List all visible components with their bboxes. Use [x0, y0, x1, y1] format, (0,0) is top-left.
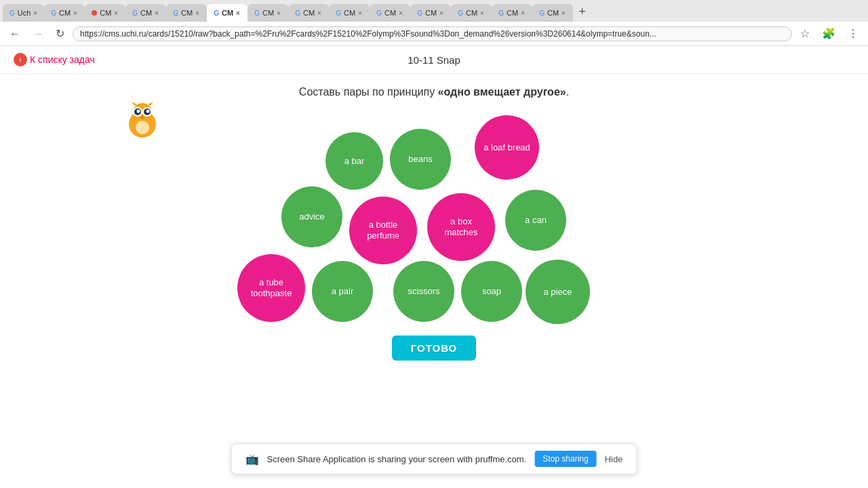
screen-share-icon: 📺 — [245, 453, 259, 466]
refresh-button[interactable]: ↻ — [52, 26, 68, 41]
circle-soap[interactable]: soap — [461, 261, 522, 322]
instruction-bold: «одно вмещает другое» — [438, 86, 566, 98]
instruction-end: . — [566, 86, 569, 98]
circle-a-loaf-bread[interactable]: a loaf bread — [475, 115, 539, 180]
stop-sharing-button[interactable]: Stop sharing — [534, 451, 596, 467]
back-label: К списку задач — [30, 54, 95, 65]
instruction-text: Составь пары по принципу «одно вмещает д… — [0, 86, 868, 98]
bookmark-button[interactable]: ☆ — [796, 26, 814, 41]
hide-banner-button[interactable]: Hide — [605, 454, 623, 464]
screen-share-message: Screen Share Application is sharing your… — [267, 454, 527, 464]
tab-cm10[interactable]: G CM × — [451, 4, 492, 22]
circle-a-box-matches[interactable]: a box matches — [427, 193, 495, 261]
app-content: ‹ К списку задач 10-11 Snap — [0, 46, 868, 488]
app-header: ‹ К списку задач 10-11 Snap — [0, 46, 868, 74]
tab-uch[interactable]: G Uch × — [3, 4, 44, 22]
circle-a-piece[interactable]: a piece — [526, 260, 590, 324]
circle-a-pair[interactable]: a pair — [312, 261, 373, 322]
url-bar[interactable] — [73, 26, 792, 41]
tab-cm2[interactable]: CM × — [85, 4, 125, 22]
nav-bar: ← → ↻ ☆ 🧩 ⋮ — [0, 22, 868, 46]
forward-nav-button[interactable]: → — [28, 26, 47, 41]
back-nav-button[interactable]: ← — [5, 26, 24, 41]
menu-button[interactable]: ⋮ — [844, 26, 863, 41]
tab-cm1[interactable]: G CM × — [44, 4, 85, 22]
tab-cm6[interactable]: G CM × — [288, 4, 329, 22]
circle-a-can[interactable]: a can — [505, 190, 566, 251]
tab-bar: G Uch × G CM × CM × G CM × G CM × G CM ×… — [0, 0, 868, 22]
tab-cm4[interactable]: G CM × — [166, 4, 207, 22]
tab-cm7[interactable]: G CM × — [329, 4, 370, 22]
tab-cm5[interactable]: G CM × — [248, 4, 288, 22]
circle-advice[interactable]: advice — [281, 186, 342, 247]
tab-cm12[interactable]: G CM × — [532, 4, 573, 22]
circle-scissors[interactable]: scissors — [393, 261, 454, 322]
back-button[interactable]: ‹ К списку задач — [14, 53, 95, 66]
tab-cm9[interactable]: G CM × — [410, 4, 451, 22]
tab-cm8[interactable]: G CM × — [370, 4, 410, 22]
circles-area: a barbeansa loaf breadadvicea bottle per… — [0, 98, 868, 329]
tab-cm11[interactable]: G CM × — [492, 4, 532, 22]
circle-beans[interactable]: beans — [390, 129, 451, 190]
circle-a-bottle-perfume[interactable]: a bottle perfume — [349, 197, 417, 264]
tab-cm3[interactable]: G CM × — [125, 4, 166, 22]
circle-a-tube-toothpaste[interactable]: a tube toothpaste — [237, 254, 305, 322]
extensions-button[interactable]: 🧩 — [818, 26, 840, 41]
instruction-plain: Составь пары по принципу — [299, 86, 438, 98]
back-arrow-icon: ‹ — [14, 53, 27, 66]
new-tab-button[interactable]: + — [573, 2, 591, 22]
page-title: 10-11 Snap — [408, 54, 460, 66]
gotovo-button[interactable]: ГОТОВО — [392, 336, 477, 361]
screen-share-banner: 📺 Screen Share Application is sharing yo… — [231, 443, 637, 474]
circle-a-bar[interactable]: a bar — [326, 132, 383, 190]
tab-cm-active[interactable]: G CM × — [207, 4, 248, 22]
